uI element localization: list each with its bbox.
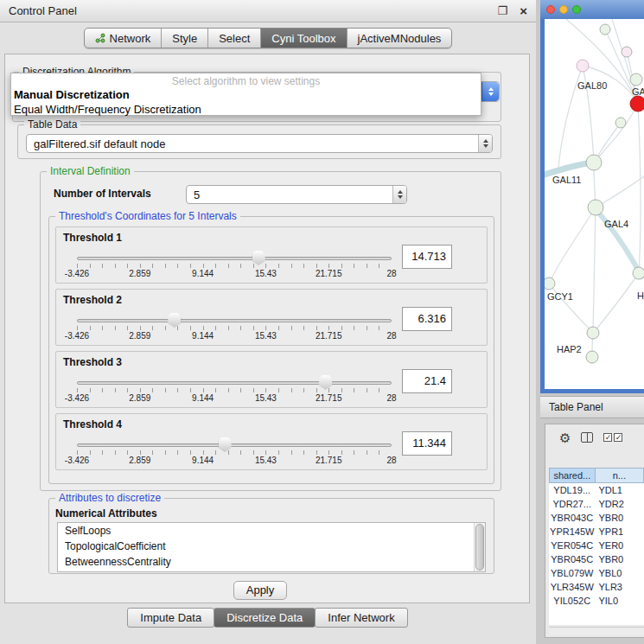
node[interactable] <box>622 47 632 57</box>
checkbox-icons: ✓ ✓ <box>603 433 622 442</box>
table-row[interactable]: YDL19...YDL1 <box>549 483 644 497</box>
node-label: GAL4 <box>604 219 628 229</box>
node-gcy1[interactable] <box>545 277 555 290</box>
attributes-group-title: Attributes to discretize <box>55 492 164 504</box>
node-label: GAL80 <box>577 80 607 91</box>
table-row[interactable]: YLR345WYLR3 <box>549 580 644 594</box>
threshold-3-box: Threshold 3 -3.426 2.859 9.144 15.43 21.… <box>55 351 488 408</box>
node[interactable] <box>633 267 644 279</box>
table-horizontal-scrollbar[interactable] <box>549 627 644 635</box>
tab-style[interactable]: Style <box>161 29 207 48</box>
node-hap2[interactable] <box>586 351 598 363</box>
edge[interactable] <box>596 175 644 207</box>
node[interactable] <box>630 73 642 86</box>
table-row[interactable]: YDR27...YDR2 <box>549 497 644 511</box>
table-panel-window: ⚙ ✓ ✓ shared... n... YDL19...YDL1 YDR27.… <box>545 424 644 638</box>
column-header-name[interactable]: n... <box>596 468 644 483</box>
network-canvas[interactable]: GAL80 GA GAL11 GAL4 GCY1 HAP2 H <box>545 19 644 389</box>
node-gal80[interactable] <box>577 60 589 72</box>
apply-button[interactable]: Apply <box>233 581 287 600</box>
node[interactable] <box>615 118 626 128</box>
scale-tick-label: 2.859 <box>129 456 150 465</box>
tab-discretize-data[interactable]: Discretize Data <box>214 608 316 628</box>
tab-select[interactable]: Select <box>207 29 260 48</box>
slider-ticks <box>77 450 392 455</box>
node-gal11[interactable] <box>586 155 602 170</box>
edge[interactable] <box>593 273 639 333</box>
slider-track[interactable] <box>77 319 392 322</box>
slider-scale: -3.426 2.859 9.144 15.43 21.715 28 <box>77 331 392 341</box>
network-window-titlebar[interactable] <box>540 0 644 19</box>
numerical-attributes-list: SelfLoops TopologicalCoefficient Between… <box>57 522 486 572</box>
tab-network[interactable]: Network <box>85 29 162 48</box>
edge[interactable] <box>593 207 596 333</box>
minimize-window-button[interactable] <box>559 5 568 14</box>
cell: YPR145W <box>549 525 595 539</box>
slider-track[interactable] <box>77 443 392 447</box>
threshold-2-label: Threshold 2 <box>63 294 122 306</box>
scale-tick-label: -3.426 <box>65 393 89 403</box>
combobox-stepper-icon <box>392 186 406 203</box>
dropdown-option-manual-discretization[interactable]: Manual Discretization <box>11 87 481 102</box>
scale-tick-label: 21.715 <box>316 456 342 465</box>
table-row[interactable]: YBL079WYBL0 <box>549 566 644 580</box>
slider-track[interactable] <box>77 381 392 385</box>
cell: YBR045C <box>549 552 595 566</box>
edge[interactable] <box>594 104 638 163</box>
checkbox-checked-icon[interactable]: ✓ <box>603 433 612 442</box>
table-data-combobox-value: galFiltered.sif default node <box>27 137 478 150</box>
edge[interactable] <box>549 207 596 284</box>
list-scrollbar[interactable] <box>474 523 485 571</box>
list-item-topologicalcoefficient[interactable]: TopologicalCoefficient <box>58 539 485 554</box>
checkbox-checked-icon[interactable]: ✓ <box>614 433 622 442</box>
table-header-row: shared... n... <box>549 468 644 483</box>
threshold-3-value-field[interactable]: 21.4 <box>402 369 452 393</box>
column-header-shared-name[interactable]: shared... <box>549 468 596 483</box>
table-row[interactable]: YBR043CYBR0 <box>549 511 644 525</box>
dropdown-option-equal-width-frequency[interactable]: Equal Width/Frequency Discretization <box>11 102 481 117</box>
cell: YPR1 <box>595 525 644 539</box>
tab-impute-data[interactable]: Impute Data <box>127 608 214 628</box>
columns-icon[interactable] <box>581 432 593 443</box>
slider-track[interactable] <box>77 257 392 260</box>
threshold-2-value-field[interactable]: 6.316 <box>402 307 452 331</box>
threshold-1-value-field[interactable]: 14.713 <box>402 245 452 269</box>
tab-label: Network <box>110 32 151 45</box>
threshold-4-value-field[interactable]: 11.344 <box>402 431 452 456</box>
number-of-intervals-combobox[interactable]: 5 <box>186 185 407 204</box>
table-data-combobox[interactable]: galFiltered.sif default node <box>26 134 493 153</box>
node[interactable] <box>600 24 610 35</box>
table-row[interactable]: YER054CYER0 <box>549 539 644 552</box>
tab-label: jActiveMNodules <box>358 32 442 45</box>
tab-cyni-toolbox[interactable]: Cyni Toolbox <box>260 29 346 48</box>
zoom-window-button[interactable] <box>572 5 581 14</box>
gear-icon[interactable]: ⚙ <box>559 431 571 444</box>
scale-tick-label: 21.715 <box>316 393 342 403</box>
tab-infer-network[interactable]: Infer Network <box>315 608 407 628</box>
node[interactable] <box>587 327 599 339</box>
table-row[interactable]: YPR145WYPR1 <box>549 525 644 539</box>
table-row[interactable]: YBR045CYBR0 <box>549 552 644 566</box>
edge[interactable] <box>638 104 641 273</box>
node-label: GAL11 <box>552 175 581 185</box>
close-panel-icon[interactable]: × <box>520 3 527 18</box>
scale-tick-label: -3.426 <box>65 331 89 341</box>
list-item-betweennesscentrality[interactable]: BetweennessCentrality <box>58 554 485 570</box>
list-item-selfloops[interactable]: SelfLoops <box>58 523 485 539</box>
tab-jactivemnodules[interactable]: jActiveMNodules <box>347 29 452 48</box>
threshold-1-slider: -3.426 2.859 9.144 15.43 21.715 28 <box>77 250 392 281</box>
scale-tick-label: 9.144 <box>192 269 214 278</box>
scale-tick-label: 28 <box>386 456 396 465</box>
threshold-4-slider: -3.426 2.859 9.144 15.43 21.715 28 <box>77 437 392 468</box>
scale-tick-label: 21.715 <box>316 331 342 341</box>
scrollbar-thumb[interactable] <box>475 524 484 571</box>
close-window-button[interactable] <box>546 5 555 14</box>
table-data-group-title: Table Data <box>24 118 80 131</box>
float-panel-icon[interactable]: ❐ <box>498 4 508 17</box>
dropdown-placeholder: Select algorithm to view settings <box>11 73 481 87</box>
cell: YBL079W <box>549 566 595 580</box>
node-selected-red[interactable] <box>630 96 644 112</box>
node-gal4[interactable] <box>588 200 603 215</box>
cell: YBR0 <box>595 552 644 566</box>
table-row[interactable]: YIL052CYIL0 <box>549 594 644 608</box>
